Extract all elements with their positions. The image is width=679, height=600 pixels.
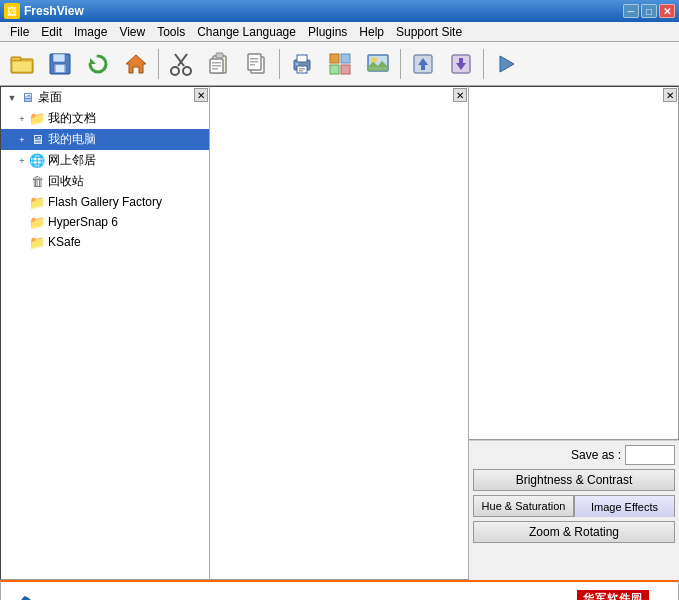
svg-rect-4: [53, 54, 65, 62]
menu-support-site[interactable]: Support Site: [390, 23, 468, 41]
svg-rect-25: [297, 55, 307, 62]
toolbar-separator-2: [279, 49, 280, 79]
minimize-button[interactable]: ─: [623, 4, 639, 18]
ksafe-expander: [15, 235, 29, 249]
image-tabs: Hue & Saturation Image Effects: [473, 495, 675, 517]
gallery-expander: [15, 195, 29, 209]
tree-item-desktop[interactable]: ▼ 🖥 桌面: [1, 87, 209, 108]
tree-item-gallery[interactable]: 📁 Flash Gallery Factory: [1, 192, 209, 212]
grid-view-btn[interactable]: [322, 46, 358, 82]
save-as-input[interactable]: [625, 445, 675, 465]
download-btn[interactable]: [443, 46, 479, 82]
svg-rect-21: [250, 58, 258, 60]
image-effects-tab[interactable]: Image Effects: [574, 495, 675, 517]
tree-item-ksafe[interactable]: 📁 KSafe: [1, 232, 209, 252]
arrow-btn[interactable]: [488, 46, 524, 82]
image-preview-btn[interactable]: [360, 46, 396, 82]
desktop-icon: 🖥: [19, 90, 35, 106]
image-preview-icon: [364, 50, 392, 78]
network-icon: 🌐: [29, 153, 45, 169]
arrow-icon: [492, 50, 520, 78]
svg-rect-16: [212, 62, 221, 64]
svg-rect-33: [341, 65, 350, 74]
home-btn[interactable]: [118, 46, 154, 82]
menu-plugins[interactable]: Plugins: [302, 23, 353, 41]
save-row: Save as :: [473, 445, 675, 465]
window-controls: ─ □ ✕: [623, 4, 675, 18]
tree-item-recycle[interactable]: 🗑 回收站: [1, 171, 209, 192]
menu-change-language[interactable]: Change Language: [191, 23, 302, 41]
ksafe-label: KSafe: [48, 235, 81, 249]
home-icon: [122, 50, 150, 78]
svg-rect-31: [341, 54, 350, 63]
desktop-expander: ▼: [5, 91, 19, 105]
svg-rect-18: [212, 68, 218, 70]
gallery-icon: 📁: [29, 194, 45, 210]
recycle-icon: 🗑: [29, 174, 45, 190]
paste-btn[interactable]: [201, 46, 237, 82]
toolbar-separator-4: [483, 49, 484, 79]
my-computer-expander: +: [15, 133, 29, 147]
copy-btn[interactable]: [239, 46, 275, 82]
svg-point-35: [371, 57, 377, 63]
save-icon: [46, 50, 74, 78]
svg-point-29: [296, 62, 299, 65]
right-panel-image-area: ✕: [469, 86, 679, 440]
refresh-icon: [84, 50, 112, 78]
my-docs-expander: +: [15, 112, 29, 126]
promo-icon: 🐟: [9, 589, 44, 600]
svg-rect-17: [212, 65, 221, 67]
menu-view[interactable]: View: [113, 23, 151, 41]
promo-logo: 华军软件园 Onlinedown.NET: [556, 590, 670, 600]
promo-logo-top: 华军软件园: [577, 590, 649, 600]
svg-rect-23: [250, 64, 255, 66]
svg-marker-8: [126, 55, 146, 73]
menu-bar: File Edit Image View Tools Change Langua…: [0, 22, 679, 42]
my-docs-icon: 📁: [29, 111, 45, 127]
svg-marker-41: [500, 56, 514, 72]
window-title: FreshView: [24, 4, 623, 18]
cut-btn[interactable]: [163, 46, 199, 82]
menu-image[interactable]: Image: [68, 23, 113, 41]
tree-item-my-computer[interactable]: + 🖥 我的电脑: [1, 129, 209, 150]
toolbar: [0, 42, 679, 86]
network-expander: +: [15, 154, 29, 168]
refresh-btn[interactable]: [80, 46, 116, 82]
zoom-rotating-label: Zoom & Rotating: [529, 525, 619, 539]
paste-icon: [205, 50, 233, 78]
title-bar: 🖼 FreshView ─ □ ✕: [0, 0, 679, 22]
save-btn[interactable]: [42, 46, 78, 82]
middle-panel-close-btn[interactable]: ✕: [453, 88, 467, 102]
svg-rect-32: [330, 65, 339, 74]
maximize-button[interactable]: □: [641, 4, 657, 18]
print-icon: [288, 50, 316, 78]
left-panel-close-btn[interactable]: ✕: [194, 88, 208, 102]
brightness-contrast-btn[interactable]: Brightness & Contrast: [473, 469, 675, 491]
zoom-rotating-btn[interactable]: Zoom & Rotating: [473, 521, 675, 543]
hue-saturation-tab[interactable]: Hue & Saturation: [473, 495, 574, 517]
menu-tools[interactable]: Tools: [151, 23, 191, 41]
image-preview-panel: ✕: [210, 86, 469, 580]
close-button[interactable]: ✕: [659, 4, 675, 18]
copy-icon: [243, 50, 271, 78]
svg-rect-30: [330, 54, 339, 63]
open-folder-icon: [8, 50, 36, 78]
upload-btn[interactable]: [405, 46, 441, 82]
menu-file[interactable]: File: [4, 23, 35, 41]
tree-item-my-docs[interactable]: + 📁 我的文档: [1, 108, 209, 129]
right-panel-close-btn[interactable]: ✕: [663, 88, 677, 102]
right-panel: ✕ Save as : Brightness & Contrast Hue & …: [469, 86, 679, 580]
print-btn[interactable]: [284, 46, 320, 82]
tree-item-network[interactable]: + 🌐 网上邻居: [1, 150, 209, 171]
open-folder-btn[interactable]: [4, 46, 40, 82]
svg-point-11: [171, 67, 179, 75]
menu-edit[interactable]: Edit: [35, 23, 68, 41]
menu-help[interactable]: Help: [353, 23, 390, 41]
my-computer-label: 我的电脑: [48, 131, 96, 148]
svg-rect-27: [299, 68, 305, 70]
tree-item-hypersnap[interactable]: 📁 HyperSnap 6: [1, 212, 209, 232]
desktop-label: 桌面: [38, 89, 62, 106]
grid-view-icon: [326, 50, 354, 78]
main-container: ✕ ▼ 🖥 桌面 + 📁 我的文档 + 🖥 我的电脑 + 🌐 网上邻居: [0, 86, 679, 580]
svg-rect-14: [216, 53, 223, 58]
